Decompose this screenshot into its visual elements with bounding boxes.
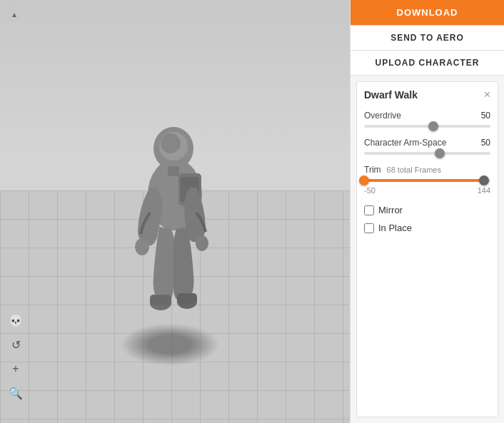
trim-control: Trim 68 total Frames -50 144 xyxy=(364,165,490,195)
search-icon[interactable]: 🔍 xyxy=(7,384,24,402)
right-panel: DOWNLOAD SEND TO AERO UPLOAD CHARACTER D… xyxy=(350,0,504,423)
mirror-checkbox-row: Mirror xyxy=(364,205,490,215)
trim-range-labels: -50 144 xyxy=(364,186,490,195)
mirror-label: Mirror xyxy=(378,205,403,215)
arm-space-label: Character Arm-Space xyxy=(364,138,446,148)
overdrive-label: Overdrive xyxy=(364,111,401,121)
trim-thumb-right[interactable] xyxy=(479,175,489,185)
trim-label-row: Trim 68 total Frames xyxy=(364,165,490,175)
arm-space-label-row: Character Arm-Space 50 xyxy=(364,138,490,148)
arm-space-control: Character Arm-Space 50 xyxy=(364,138,490,155)
overdrive-value: 50 xyxy=(481,111,490,121)
trim-label: Trim xyxy=(364,165,381,175)
svg-rect-9 xyxy=(150,295,171,305)
trim-max: 144 xyxy=(478,186,490,195)
upload-character-button[interactable]: UPLOAD CHARACTER xyxy=(351,50,504,75)
trim-frames-label: 68 total Frames xyxy=(387,165,441,174)
svg-rect-11 xyxy=(177,293,197,304)
trim-fill xyxy=(364,179,484,182)
panel-top-buttons: DOWNLOAD SEND TO AERO UPLOAD CHARACTER xyxy=(351,0,504,76)
arm-space-slider-track xyxy=(364,152,490,155)
arm-space-value: 50 xyxy=(481,138,490,148)
overdrive-control: Overdrive 50 xyxy=(364,111,490,128)
animation-panel: Dwarf Walk × Overdrive 50 Character Arm-… xyxy=(356,81,498,417)
svg-point-6 xyxy=(135,238,149,255)
svg-rect-5 xyxy=(168,166,179,176)
character-model xyxy=(111,95,239,337)
arm-space-slider-thumb[interactable] xyxy=(435,148,445,158)
svg-point-12 xyxy=(161,133,181,153)
viewport-toolbar: 💀 ↺ + 🔍 xyxy=(7,312,24,402)
animation-title: Dwarf Walk xyxy=(364,89,418,101)
in-place-label: In Place xyxy=(378,223,412,233)
trim-slider-track xyxy=(364,179,490,182)
overdrive-label-row: Overdrive 50 xyxy=(364,111,490,121)
animation-header: Dwarf Walk × xyxy=(364,89,490,101)
add-icon[interactable]: + xyxy=(7,360,24,377)
skull-icon[interactable]: 💀 xyxy=(7,312,24,329)
svg-point-7 xyxy=(196,235,208,251)
in-place-checkbox[interactable] xyxy=(364,223,374,233)
mirror-checkbox[interactable] xyxy=(364,205,374,215)
overdrive-slider-thumb[interactable] xyxy=(428,121,438,131)
download-button[interactable]: DOWNLOAD xyxy=(351,0,504,25)
scroll-indicator: ▲ xyxy=(7,7,21,21)
send-to-aero-button[interactable]: SEND TO AERO xyxy=(351,25,504,50)
trim-min: -50 xyxy=(364,186,376,195)
overdrive-slider-track xyxy=(364,125,490,128)
trim-thumb-left[interactable] xyxy=(359,175,369,185)
in-place-checkbox-row: In Place xyxy=(364,223,490,233)
3d-viewport: ▲ xyxy=(0,0,350,423)
close-icon[interactable]: × xyxy=(484,89,490,101)
undo-icon[interactable]: ↺ xyxy=(7,336,24,353)
